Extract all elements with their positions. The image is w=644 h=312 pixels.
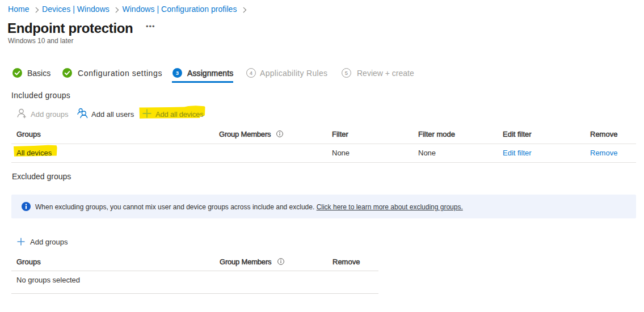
svg-text:5: 5 xyxy=(345,70,348,76)
svg-text:4: 4 xyxy=(250,70,252,76)
svg-text:3: 3 xyxy=(176,70,179,76)
